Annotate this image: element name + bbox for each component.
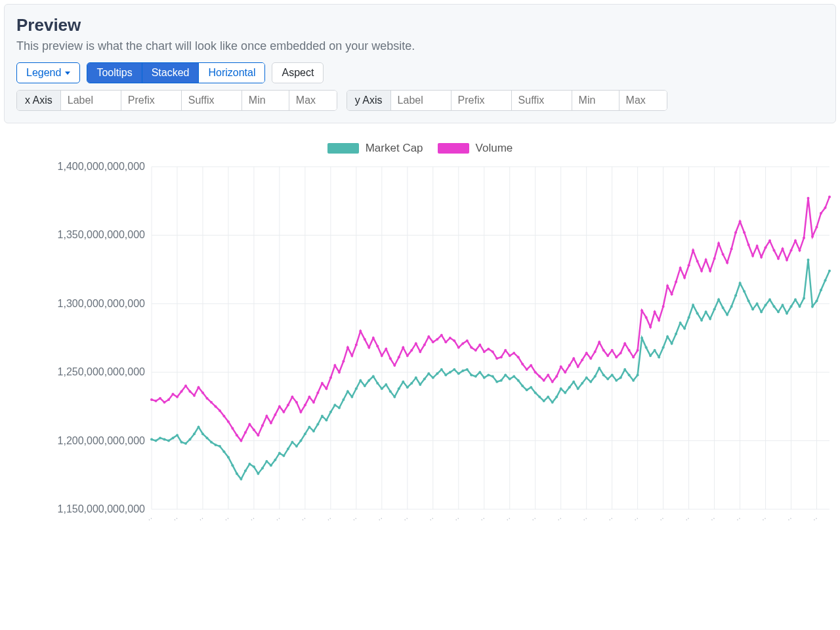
aspect-button[interactable]: Aspect [272,62,324,83]
svg-text:··: ·· [196,513,206,524]
svg-point-300 [466,339,469,342]
chart-legend: Market CapVolume [4,123,836,160]
y-axis-prefix-input[interactable] [452,91,512,110]
axis-controls-row: x Axis y Axis [16,90,824,111]
svg-point-162 [560,387,562,390]
svg-point-114 [355,387,358,390]
svg-point-200 [722,306,724,309]
svg-text:··: ·· [708,513,718,524]
svg-point-98 [287,448,289,450]
svg-point-313 [521,363,524,366]
x-axis-prefix-input[interactable] [121,91,182,110]
x-axis-min-input[interactable] [242,91,289,110]
svg-point-281 [385,348,387,350]
svg-point-234 [184,385,187,387]
svg-point-119 [376,382,379,385]
svg-point-79 [206,436,209,439]
svg-point-86 [236,472,238,475]
svg-point-91 [257,472,259,475]
svg-point-112 [346,390,349,392]
svg-point-284 [398,356,400,358]
svg-point-361 [726,261,728,264]
svg-point-221 [811,305,814,308]
svg-point-155 [530,386,532,388]
svg-point-355 [700,270,703,272]
svg-point-100 [295,445,298,448]
svg-point-170 [594,375,597,378]
svg-point-230 [167,398,170,401]
svg-point-274 [355,343,358,346]
svg-point-127 [410,382,413,385]
legend-item[interactable]: Market Cap [327,142,423,155]
svg-point-124 [398,387,400,390]
svg-point-74 [184,442,187,445]
y-axis-min-input[interactable] [572,91,620,110]
svg-point-299 [461,342,464,345]
svg-point-215 [786,312,788,314]
svg-text:··: ·· [145,513,155,524]
svg-point-287 [410,349,413,352]
svg-point-375 [786,259,788,261]
svg-point-353 [692,249,694,251]
svg-point-205 [743,290,746,293]
svg-point-238 [201,392,204,394]
svg-point-236 [193,394,196,397]
svg-point-288 [415,342,417,345]
svg-point-264 [312,401,315,404]
svg-point-286 [406,354,409,357]
svg-text:··: ·· [631,513,641,524]
svg-point-263 [308,396,310,398]
svg-point-184 [654,349,656,352]
svg-point-316 [534,371,537,373]
svg-point-233 [180,390,183,392]
svg-point-351 [683,276,686,279]
svg-point-226 [150,398,153,401]
x-axis-max-input[interactable] [289,91,337,110]
svg-text:1,300,000,000,000: 1,300,000,000,000 [58,298,146,309]
tooltips-toggle[interactable]: Tooltips [87,63,142,83]
svg-point-206 [747,300,750,303]
svg-point-126 [406,386,409,388]
svg-text:··: ·· [785,513,795,524]
svg-point-128 [415,377,417,379]
y-axis-suffix-input[interactable] [512,91,572,110]
svg-point-82 [219,445,221,448]
y-axis-max-input[interactable] [620,91,667,110]
stacked-toggle[interactable]: Stacked [142,63,200,83]
svg-point-146 [492,375,494,378]
svg-point-84 [227,456,230,459]
svg-point-252 [261,425,264,427]
series-market-cap [150,259,831,480]
svg-point-144 [483,377,486,379]
svg-point-327 [581,358,583,361]
svg-text:··: ·· [324,513,334,524]
svg-point-271 [342,360,345,363]
legend-item[interactable]: Volume [438,142,513,155]
svg-text:1,350,000,000,000: 1,350,000,000,000 [58,229,146,240]
svg-point-304 [483,350,486,353]
svg-point-329 [589,357,592,360]
svg-point-382 [816,226,818,228]
svg-point-209 [760,310,763,313]
svg-point-269 [333,364,336,367]
svg-point-191 [683,327,686,329]
horizontal-toggle[interactable]: Horizontal [199,63,264,83]
svg-point-195 [700,319,703,322]
svg-point-69 [163,438,166,441]
svg-point-257 [282,411,285,413]
svg-point-198 [713,308,716,310]
svg-point-377 [794,240,797,242]
x-axis-suffix-input[interactable] [182,91,242,110]
svg-point-203 [734,294,737,297]
y-axis-label-input[interactable] [391,91,452,110]
svg-point-349 [675,280,677,283]
svg-point-266 [321,382,324,385]
svg-point-239 [206,397,209,400]
svg-point-125 [402,381,404,383]
svg-point-366 [747,243,750,246]
svg-point-208 [756,303,759,305]
x-axis-label-input[interactable] [61,91,121,110]
x-axis-group: x Axis [16,90,337,111]
svg-point-317 [538,375,541,378]
legend-dropdown[interactable]: Legend [16,62,80,83]
